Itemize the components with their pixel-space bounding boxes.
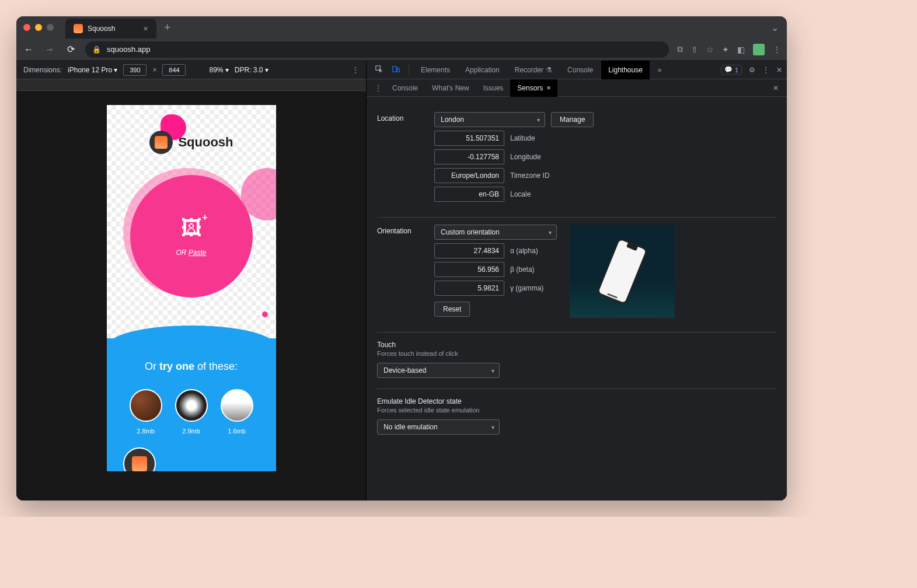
zoom-select[interactable]: 89% ▾	[209, 66, 228, 74]
dpr-select[interactable]: DPR: 3.0 ▾	[235, 66, 269, 74]
tab-elements[interactable]: Elements	[414, 61, 457, 79]
browser-menu-icon[interactable]: ⋮	[773, 45, 781, 54]
device-emulation-pane: Dimensions: iPhone 12 Pro ▾ × 89% ▾ DPR:…	[16, 61, 367, 501]
issues-badge[interactable]: 💬1	[721, 65, 742, 75]
tab-recorder[interactable]: Recorder ⚗	[508, 61, 559, 79]
locale-input[interactable]	[434, 187, 504, 202]
orientation-preset-select[interactable]: Custom orientation	[434, 225, 557, 240]
tabs-overflow[interactable]: »	[651, 61, 669, 79]
manage-locations-button[interactable]: Manage	[551, 112, 594, 127]
reload-button[interactable]: ⟳	[64, 44, 77, 55]
location-heading: Location	[377, 112, 424, 205]
idle-select[interactable]: No idle emulation	[377, 419, 500, 435]
forward-button[interactable]: →	[43, 44, 56, 55]
lock-icon: 🔒	[92, 46, 101, 54]
sample-image-1[interactable]: 2.8mb	[130, 389, 162, 435]
device-canvas: Squoosh 🖼+ OR Paste Or try one of these:	[16, 79, 366, 501]
drawer-tab-sensors[interactable]: Sensors ×	[510, 79, 557, 97]
devtools-menu-icon[interactable]: ⋮	[762, 66, 769, 74]
tab-close-button[interactable]: ×	[143, 24, 148, 33]
tab-lighthouse[interactable]: Lighthouse	[601, 61, 650, 79]
tab-console[interactable]: Console	[560, 61, 600, 79]
devtools-close-button[interactable]: ✕	[776, 66, 782, 74]
settings-icon[interactable]: ⚙	[749, 66, 755, 74]
drawer-close-button[interactable]: ✕	[769, 84, 782, 92]
dimension-separator: ×	[152, 66, 156, 74]
longitude-input[interactable]	[434, 149, 504, 164]
emulated-viewport[interactable]: Squoosh 🖼+ OR Paste Or try one of these:	[107, 105, 276, 471]
close-icon[interactable]: ×	[546, 84, 550, 92]
latitude-label: Latitude	[510, 134, 535, 142]
sample-thumb-icon	[175, 389, 208, 422]
new-tab-button[interactable]: +	[165, 22, 171, 34]
sample-size: 2.8mb	[137, 428, 155, 435]
location-preset-select[interactable]: London	[434, 112, 545, 127]
close-window-button[interactable]	[23, 24, 30, 31]
idle-heading: Emulate Idle Detector state	[377, 397, 776, 405]
extensions-icon[interactable]: ✦	[722, 45, 729, 54]
tab-application[interactable]: Application	[458, 61, 507, 79]
or-paste-text[interactable]: OR Paste	[176, 249, 206, 257]
drawer-tab-issues[interactable]: Issues	[476, 79, 511, 97]
width-input[interactable]	[123, 64, 147, 76]
side-panel-icon[interactable]: ◧	[737, 45, 745, 54]
touch-select[interactable]: Device-based	[377, 363, 500, 378]
profile-avatar[interactable]	[753, 44, 765, 55]
location-section: Location London Manage Latitude Longit	[377, 105, 776, 218]
tabs-overflow-button[interactable]: ⌄	[771, 22, 779, 33]
latitude-input[interactable]	[434, 131, 504, 146]
devtools-tab-bar: Elements Application Recorder ⚗ Console …	[367, 61, 787, 79]
touch-heading: Touch	[377, 341, 776, 349]
beta-input[interactable]	[434, 262, 504, 277]
alpha-label: α (alpha)	[510, 247, 538, 255]
squoosh-samples: Or try one of these: 2.8mb 2.9mb	[107, 338, 276, 471]
locale-label: Locale	[510, 190, 531, 198]
alpha-input[interactable]	[434, 243, 504, 258]
share-icon[interactable]: ⇧	[691, 45, 698, 54]
height-input[interactable]	[162, 64, 186, 76]
inspect-icon[interactable]	[371, 65, 387, 75]
sample-image-3[interactable]: 1.6mb	[221, 389, 253, 435]
drawer-menu-icon[interactable]: ⋮	[371, 84, 385, 92]
device-toolbar: Dimensions: iPhone 12 Pro ▾ × 89% ▾ DPR:…	[16, 61, 366, 79]
dot-shape	[262, 312, 268, 317]
open-external-icon[interactable]: ⧉	[677, 44, 683, 54]
minimize-window-button[interactable]	[35, 24, 42, 31]
sample-size: 2.9mb	[182, 428, 200, 435]
squoosh-logo-icon	[149, 131, 172, 154]
squoosh-logo-text: Squoosh	[178, 135, 233, 150]
orientation-reset-button[interactable]: Reset	[434, 302, 470, 317]
touch-subtitle: Forces touch instead of click	[377, 350, 776, 357]
drawer-tab-console[interactable]: Console	[385, 79, 425, 97]
orientation-visualizer[interactable]	[570, 225, 675, 318]
browser-toolbar: ← → ⟳ 🔒 squoosh.app ⧉ ⇧ ☆ ✦ ◧ ⋮	[16, 38, 787, 61]
drawer-tab-whatsnew[interactable]: What's New	[425, 79, 476, 97]
longitude-label: Longitude	[510, 153, 541, 161]
svg-rect-2	[597, 239, 647, 304]
sample-image-4[interactable]	[123, 447, 156, 471]
tab-favicon	[74, 24, 83, 33]
squoosh-logo: Squoosh	[149, 131, 233, 154]
gamma-input[interactable]	[434, 281, 504, 296]
back-button[interactable]: ←	[22, 44, 35, 55]
devtools-panel: Elements Application Recorder ⚗ Console …	[367, 61, 787, 501]
device-menu-button[interactable]: ⋮	[352, 66, 359, 74]
ruler	[16, 79, 366, 91]
address-bar[interactable]: 🔒 squoosh.app	[85, 41, 669, 58]
timezone-input[interactable]	[434, 168, 504, 183]
bookmark-icon[interactable]: ☆	[706, 45, 714, 54]
orientation-heading: Orientation	[377, 225, 424, 320]
device-mode-icon[interactable]	[388, 65, 404, 75]
sample-image-2[interactable]: 2.9mb	[175, 389, 208, 435]
sample-thumb-icon	[221, 389, 253, 422]
traffic-lights	[23, 24, 54, 31]
upload-dropzone[interactable]: 🖼+ OR Paste	[130, 175, 253, 298]
device-select[interactable]: iPhone 12 Pro ▾	[68, 66, 117, 74]
sample-size: 1.6mb	[228, 428, 246, 435]
image-icon: 🖼+	[181, 216, 202, 240]
maximize-window-button[interactable]	[47, 24, 54, 31]
tab-title: Squoosh	[88, 24, 115, 33]
squoosh-hero: Squoosh 🖼+ OR Paste	[107, 105, 276, 338]
touch-section: Touch Forces touch instead of click Devi…	[377, 332, 776, 389]
browser-tab[interactable]: Squoosh ×	[65, 19, 156, 38]
